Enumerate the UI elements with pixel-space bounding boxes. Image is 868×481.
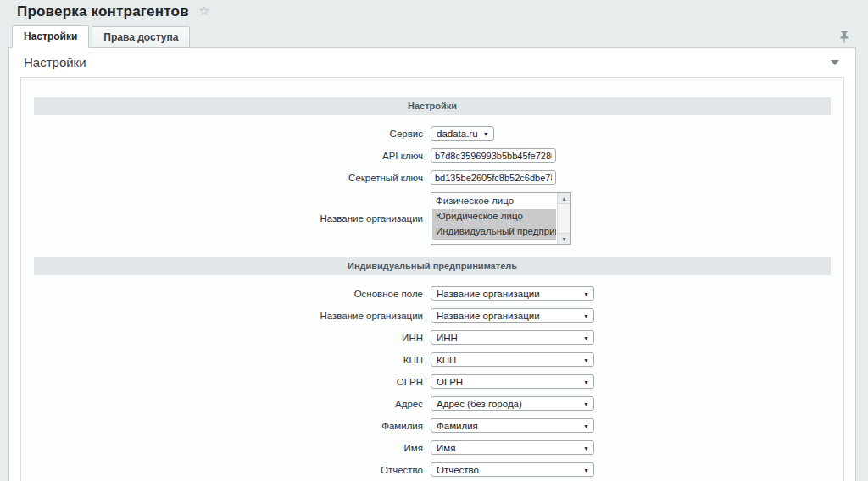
- chevron-down-icon: ▼: [483, 130, 489, 138]
- secret-key-input[interactable]: [431, 170, 556, 185]
- field-label: Название организации: [34, 213, 431, 224]
- kpp-select[interactable]: КПП▼: [431, 352, 594, 367]
- field-label: КПП: [34, 355, 431, 365]
- listbox-scrollbar[interactable]: ▲▼: [557, 193, 570, 244]
- listbox-option[interactable]: Юридическое лицо: [432, 209, 556, 224]
- selected-value: КПП: [437, 355, 456, 365]
- field-row-inn: ИННИНН▼: [34, 330, 831, 345]
- field-label: API ключ: [34, 151, 431, 161]
- field-row-secret-key: Секретный ключ: [34, 170, 831, 185]
- selected-value: Имя: [437, 443, 455, 453]
- chevron-down-icon: ▼: [583, 334, 589, 342]
- panel-title: Настройки: [24, 55, 86, 69]
- field-label: Секретный ключ: [34, 173, 431, 183]
- main-field-select[interactable]: Название организации▼: [431, 286, 594, 301]
- page-title: Проверка контрагентов: [17, 3, 189, 19]
- field-label: ОГРН: [34, 377, 431, 387]
- ogrn-select[interactable]: ОГРН▼: [431, 374, 594, 389]
- field-row-api-key: API ключ: [34, 148, 831, 163]
- organization-type-listbox[interactable]: Физическое лицоЮридическое лицоИндивидуа…: [431, 192, 571, 245]
- field-row-surname: ФамилияФамилия▼: [34, 418, 831, 433]
- field-label: Адрес: [34, 399, 431, 409]
- field-row-kpp: КППКПП▼: [34, 352, 831, 367]
- organization-name-select[interactable]: Название организации▼: [431, 308, 594, 323]
- field-label: Название организации: [34, 311, 431, 321]
- settings-panel: Настройки НастройкиСервисdadata.ru▼API к…: [8, 47, 856, 481]
- field-row-service: Сервисdadata.ru▼: [34, 126, 831, 141]
- field-label: Отчество: [34, 465, 431, 475]
- settings-form: НастройкиСервисdadata.ru▼API ключСекретн…: [20, 77, 844, 481]
- chevron-down-icon: ▼: [583, 290, 589, 298]
- field-label: Сервис: [34, 129, 431, 139]
- field-label: Основное поле: [34, 289, 431, 299]
- section-header: Индивидуальный предприниматель: [34, 257, 831, 275]
- chevron-down-icon: ▼: [583, 423, 589, 430]
- selected-value: ОГРН: [437, 377, 463, 387]
- chevron-down-icon[interactable]: [831, 60, 839, 65]
- field-label: Имя: [34, 443, 431, 453]
- selected-value: ИНН: [437, 333, 458, 343]
- inn-select[interactable]: ИНН▼: [431, 330, 594, 345]
- api-key-input[interactable]: [431, 148, 556, 163]
- scroll-down-icon[interactable]: ▼: [558, 233, 570, 244]
- listbox-option[interactable]: Индивидуальный предприниматель: [432, 224, 556, 240]
- page-header: Проверка контрагентов ☆: [17, 3, 210, 24]
- panel-header: Настройки: [9, 48, 855, 77]
- scroll-up-icon[interactable]: ▲: [558, 193, 570, 204]
- selected-value: Название организации: [437, 311, 540, 321]
- field-label: Фамилия: [34, 421, 431, 431]
- pin-icon[interactable]: [839, 31, 849, 44]
- selected-value: Адрес (без города): [437, 399, 522, 409]
- chevron-down-icon: ▼: [583, 357, 589, 364]
- chevron-down-icon: ▼: [583, 401, 589, 408]
- tab-access-rights[interactable]: Права доступа: [92, 26, 190, 48]
- selected-value: Отчество: [437, 465, 479, 475]
- service-select[interactable]: dadata.ru▼: [431, 126, 494, 141]
- first-name-select[interactable]: Имя▼: [431, 440, 594, 455]
- patronymic-select[interactable]: Отчество▼: [431, 462, 594, 477]
- field-label: ИНН: [34, 333, 431, 343]
- chevron-down-icon: ▼: [583, 379, 589, 386]
- chevron-down-icon: ▼: [583, 467, 589, 474]
- favorite-star-icon[interactable]: ☆: [198, 3, 209, 19]
- chevron-down-icon: ▼: [583, 312, 589, 320]
- tab-settings[interactable]: Настройки: [12, 25, 89, 48]
- field-row-organization-type: Название организацииФизическое лицоЮриди…: [34, 192, 831, 245]
- field-row-organization-name: Название организацииНазвание организации…: [34, 308, 831, 323]
- field-row-patronymic: ОтчествоОтчество▼: [34, 462, 831, 477]
- address-select[interactable]: Адрес (без города)▼: [431, 396, 594, 411]
- field-row-first-name: ИмяИмя▼: [34, 440, 831, 455]
- selected-value: Фамилия: [437, 421, 478, 431]
- listbox-option[interactable]: Физическое лицо: [432, 194, 556, 209]
- surname-select[interactable]: Фамилия▼: [431, 418, 594, 433]
- tab-bar: НастройкиПрава доступа: [12, 25, 192, 48]
- field-row-main-field: Основное полеНазвание организации▼: [34, 286, 831, 301]
- selected-value: dadata.ru: [437, 129, 478, 139]
- field-row-address: АдресАдрес (без города)▼: [34, 396, 831, 411]
- selected-value: Название организации: [437, 289, 540, 299]
- field-row-ogrn: ОГРНОГРН▼: [34, 374, 831, 389]
- section-header: Настройки: [34, 97, 831, 115]
- chevron-down-icon: ▼: [583, 445, 589, 452]
- form-area: НастройкиСервисdadata.ru▼API ключСекретн…: [34, 97, 831, 477]
